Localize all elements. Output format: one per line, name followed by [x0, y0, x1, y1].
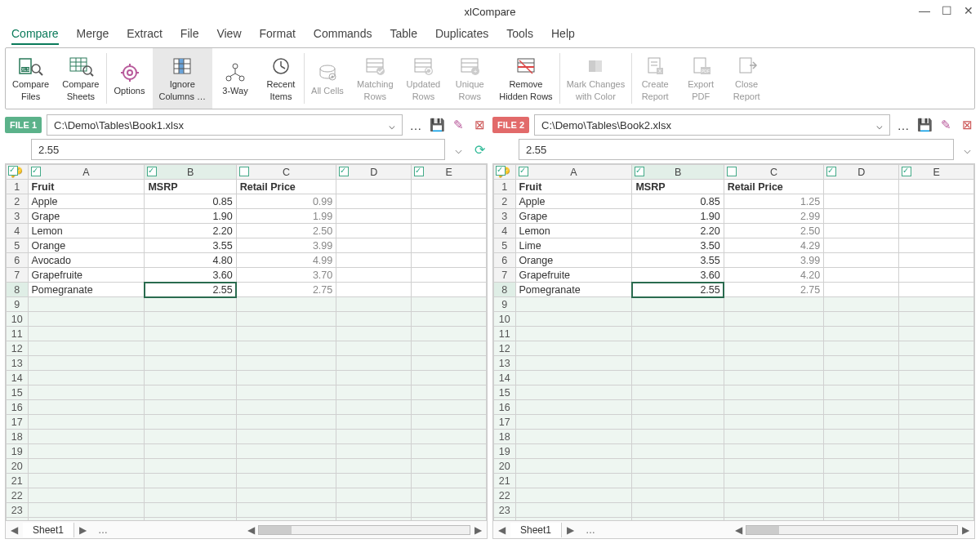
cell[interactable] — [515, 459, 632, 474]
cell[interactable] — [515, 385, 632, 400]
cell[interactable] — [632, 356, 724, 371]
cell[interactable]: Grapefruite — [28, 268, 145, 283]
sheet-tab[interactable]: Sheet1 — [23, 523, 74, 537]
cell[interactable] — [412, 503, 487, 518]
row-header[interactable]: 22 — [7, 488, 29, 503]
cell[interactable] — [145, 503, 236, 518]
cell[interactable] — [28, 371, 145, 385]
cell[interactable]: 1.99 — [236, 209, 336, 224]
col-header-A[interactable]: A — [28, 165, 145, 180]
cell[interactable]: 2.20 — [145, 224, 236, 238]
tab-menu-icon[interactable]: … — [579, 524, 602, 536]
cell[interactable]: 0.99 — [236, 194, 336, 209]
row-header[interactable]: 21 — [7, 474, 29, 488]
cell[interactable] — [824, 297, 899, 312]
cell[interactable]: 3.55 — [145, 238, 236, 253]
cell[interactable] — [336, 385, 412, 400]
cell[interactable] — [632, 400, 724, 415]
cell[interactable] — [515, 430, 632, 444]
cell[interactable] — [632, 371, 724, 385]
cell[interactable] — [412, 180, 487, 194]
cell[interactable] — [899, 283, 974, 297]
cell[interactable] — [899, 415, 974, 430]
cell[interactable] — [236, 444, 336, 459]
menu-file[interactable]: File — [180, 27, 199, 40]
row-header[interactable]: 7 — [7, 268, 29, 283]
ribbon-compare-sheets[interactable]: CompareSheets — [56, 48, 105, 109]
cell[interactable] — [899, 385, 974, 400]
cell[interactable] — [145, 327, 236, 341]
cell[interactable]: 3.50 — [632, 238, 724, 253]
cell[interactable] — [724, 297, 824, 312]
cell[interactable] — [28, 430, 145, 444]
cell[interactable] — [412, 430, 487, 444]
cell[interactable] — [236, 327, 336, 341]
cell[interactable] — [336, 312, 412, 327]
cell[interactable] — [515, 488, 632, 503]
cell[interactable] — [28, 356, 145, 371]
cell[interactable] — [515, 474, 632, 488]
tab-nav-next[interactable]: ▶ — [562, 524, 579, 536]
row-header[interactable]: 2 — [494, 194, 516, 209]
expand-icon[interactable]: ⌵ — [959, 141, 975, 158]
row-header[interactable]: 23 — [494, 503, 516, 518]
cell[interactable] — [412, 371, 487, 385]
menu-commands[interactable]: Commands — [314, 27, 372, 40]
row-header[interactable]: 14 — [494, 371, 516, 385]
row-header[interactable]: 14 — [7, 371, 29, 385]
cell[interactable]: 3.55 — [632, 253, 724, 268]
cell[interactable] — [724, 400, 824, 415]
cell[interactable] — [336, 224, 412, 238]
more-icon[interactable]: … — [895, 117, 911, 133]
col-header-D[interactable]: D — [824, 165, 899, 180]
menu-format[interactable]: Format — [260, 27, 296, 40]
cell[interactable] — [236, 430, 336, 444]
col-header-C[interactable]: C — [724, 165, 824, 180]
row-header[interactable]: 9 — [494, 297, 516, 312]
row-header[interactable]: 1 — [7, 180, 29, 194]
tab-nav-prev[interactable]: ◀ — [493, 524, 510, 536]
cell[interactable]: 4.80 — [145, 253, 236, 268]
minimize-button[interactable]: — — [919, 5, 930, 16]
cell[interactable] — [236, 297, 336, 312]
cell[interactable] — [899, 253, 974, 268]
cell[interactable] — [632, 312, 724, 327]
cell[interactable] — [515, 503, 632, 518]
cell[interactable]: 2.55 — [145, 283, 236, 297]
ribbon-ignore-columns[interactable]: IgnoreColumns … — [153, 48, 212, 109]
cell[interactable] — [336, 209, 412, 224]
col-check-icon[interactable] — [902, 167, 911, 176]
cell[interactable] — [724, 459, 824, 474]
cell[interactable] — [724, 503, 824, 518]
cell[interactable] — [412, 209, 487, 224]
cell[interactable]: Lemon — [515, 224, 632, 238]
cell[interactable] — [28, 488, 145, 503]
cell[interactable] — [28, 327, 145, 341]
formula-box-left[interactable]: 2.55 — [31, 139, 445, 160]
row-header[interactable]: 12 — [7, 341, 29, 356]
cell[interactable] — [336, 253, 412, 268]
col-check-icon[interactable] — [31, 167, 41, 176]
sheet-grid-right[interactable]: 🔑ABCDE1FruitMSRPRetail Price2Apple0.851.… — [493, 164, 974, 520]
tab-menu-icon[interactable]: … — [91, 524, 114, 536]
col-check-icon[interactable] — [519, 167, 528, 176]
cell[interactable]: 2.50 — [724, 224, 824, 238]
cell[interactable]: 2.50 — [236, 224, 336, 238]
cell[interactable] — [336, 503, 412, 518]
close-file-icon[interactable]: ⊠ — [471, 117, 488, 133]
row-header[interactable]: 20 — [494, 459, 516, 474]
cell[interactable] — [632, 488, 724, 503]
menu-extract[interactable]: Extract — [127, 27, 163, 40]
cell[interactable] — [145, 356, 236, 371]
corner-cell[interactable]: 🔑 — [7, 165, 29, 180]
cell[interactable] — [145, 371, 236, 385]
cell[interactable] — [412, 253, 487, 268]
check-icon[interactable] — [496, 166, 506, 176]
ribbon-remove-hidden[interactable]: RemoveHidden Rows — [492, 48, 559, 109]
cell[interactable] — [336, 488, 412, 503]
cell[interactable] — [824, 474, 899, 488]
cell[interactable] — [724, 312, 824, 327]
cell[interactable] — [824, 194, 899, 209]
row-header[interactable]: 2 — [7, 194, 29, 209]
cell[interactable]: 0.85 — [632, 194, 724, 209]
